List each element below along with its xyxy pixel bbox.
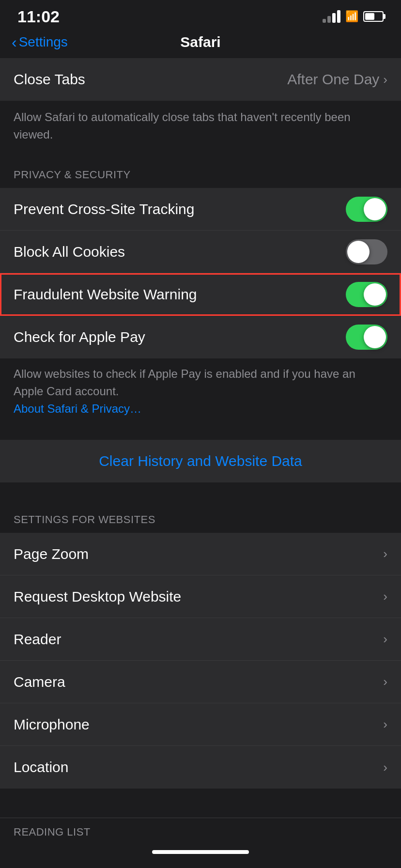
apple-pay-description: Allow websites to check if Apple Pay is … bbox=[0, 358, 401, 422]
section-divider-2 bbox=[0, 482, 401, 500]
fraudulent-website-warning-row[interactable]: Fraudulent Website Warning bbox=[0, 273, 401, 316]
toggle-thumb bbox=[364, 283, 386, 306]
check-for-apple-pay-toggle[interactable] bbox=[346, 325, 387, 350]
bottom-bar: READING LIST bbox=[0, 818, 401, 842]
fraudulent-website-warning-label: Fraudulent Website Warning bbox=[14, 286, 197, 303]
back-button[interactable]: ‹ Settings bbox=[12, 33, 68, 51]
block-all-cookies-label: Block All Cookies bbox=[14, 244, 125, 260]
chevron-left-icon: ‹ bbox=[12, 33, 17, 51]
camera-label: Camera bbox=[14, 674, 65, 690]
chevron-right-icon: › bbox=[383, 546, 387, 561]
close-tabs-label: Close Tabs bbox=[14, 71, 85, 88]
chevron-right-icon: › bbox=[383, 674, 387, 689]
chevron-right-icon: › bbox=[383, 632, 387, 647]
status-time: 11:02 bbox=[17, 7, 60, 26]
prevent-cross-site-tracking-row[interactable]: Prevent Cross-Site Tracking bbox=[0, 188, 401, 231]
request-desktop-website-label: Request Desktop Website bbox=[14, 589, 181, 605]
location-label: Location bbox=[14, 759, 68, 775]
page-title: Safari bbox=[180, 34, 220, 50]
status-icons: 📶 bbox=[323, 10, 384, 23]
home-bar bbox=[152, 850, 249, 854]
home-indicator bbox=[0, 842, 401, 862]
camera-row[interactable]: Camera › bbox=[0, 661, 401, 703]
microphone-label: Microphone bbox=[14, 716, 90, 733]
chevron-right-icon: › bbox=[383, 589, 387, 604]
block-all-cookies-row[interactable]: Block All Cookies bbox=[0, 231, 401, 273]
about-safari-privacy-link[interactable]: About Safari & Privacy… bbox=[14, 402, 141, 415]
check-for-apple-pay-label: Check for Apple Pay bbox=[14, 329, 145, 345]
chevron-right-icon: › bbox=[383, 717, 387, 732]
close-tabs-section: Close Tabs After One Day › bbox=[0, 58, 401, 101]
toggle-thumb bbox=[364, 326, 386, 348]
fraudulent-website-warning-toggle[interactable] bbox=[346, 282, 387, 307]
clear-history-section: Clear History and Website Data bbox=[0, 440, 401, 482]
chevron-right-icon: › bbox=[383, 72, 387, 87]
toggle-thumb bbox=[364, 198, 386, 220]
prevent-cross-site-tracking-label: Prevent Cross-Site Tracking bbox=[14, 201, 194, 217]
close-tabs-row[interactable]: Close Tabs After One Day › bbox=[0, 58, 401, 101]
signal-icon bbox=[323, 10, 340, 23]
close-tabs-value: After One Day › bbox=[287, 71, 387, 88]
chevron-right-icon: › bbox=[383, 760, 387, 775]
block-all-cookies-toggle[interactable] bbox=[346, 239, 387, 264]
microphone-row[interactable]: Microphone › bbox=[0, 703, 401, 746]
wifi-icon: 📶 bbox=[345, 10, 358, 23]
page-zoom-row[interactable]: Page Zoom › bbox=[0, 533, 401, 575]
check-for-apple-pay-row[interactable]: Check for Apple Pay bbox=[0, 316, 401, 358]
privacy-section-header: PRIVACY & SECURITY bbox=[0, 155, 401, 188]
reading-list-label: READING LIST bbox=[14, 826, 91, 838]
location-row[interactable]: Location › bbox=[0, 746, 401, 789]
reader-label: Reader bbox=[14, 631, 61, 648]
nav-bar: ‹ Settings Safari bbox=[0, 29, 401, 58]
websites-section: Page Zoom › Request Desktop Website › Re… bbox=[0, 533, 401, 789]
close-tabs-description: Allow Safari to automatically close tabs… bbox=[0, 101, 401, 155]
section-divider bbox=[0, 422, 401, 440]
websites-section-header: SETTINGS FOR WEBSITES bbox=[0, 500, 401, 533]
request-desktop-website-row[interactable]: Request Desktop Website › bbox=[0, 575, 401, 618]
status-bar: 11:02 📶 bbox=[0, 0, 401, 29]
clear-history-label: Clear History and Website Data bbox=[99, 453, 302, 469]
page-zoom-label: Page Zoom bbox=[14, 546, 89, 562]
prevent-cross-site-tracking-toggle[interactable] bbox=[346, 197, 387, 222]
privacy-section: Prevent Cross-Site Tracking Block All Co… bbox=[0, 188, 401, 358]
battery-icon bbox=[363, 11, 384, 22]
clear-history-row[interactable]: Clear History and Website Data bbox=[0, 440, 401, 482]
toggle-thumb bbox=[347, 241, 370, 263]
reader-row[interactable]: Reader › bbox=[0, 618, 401, 661]
